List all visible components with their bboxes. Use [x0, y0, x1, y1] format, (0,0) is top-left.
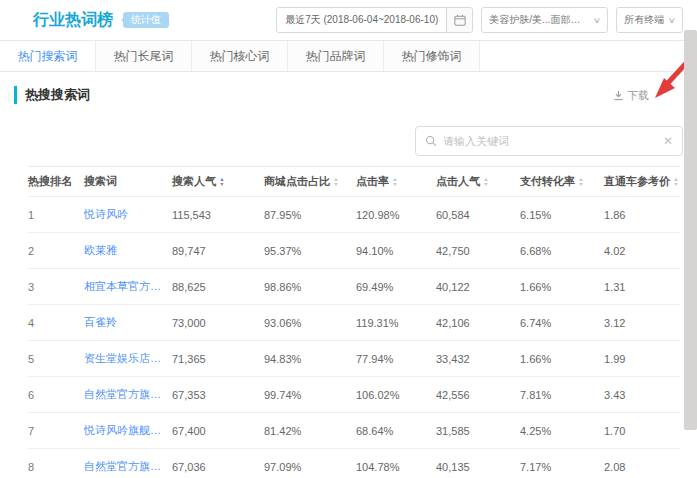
tab-hot-longtail-words[interactable]: 热门长尾词	[96, 41, 192, 71]
table-row: 2 欧莱雅 89,747 95.37% 94.10% 42,750 6.68% …	[28, 233, 680, 269]
tab-hot-core-words[interactable]: 热门核心词	[192, 41, 288, 71]
search-popularity-cell: 115,543	[172, 197, 264, 233]
tab-hot-modifier-words[interactable]: 热门修饰词	[384, 41, 480, 71]
sort-icon[interactable]: ▲▼	[392, 177, 398, 187]
click-popularity-cell: 42,106	[436, 305, 520, 341]
hot-words-page: 行业热词榜 统计值 最近7天 (2018-06-04~2018-06-10) 美…	[0, 0, 697, 478]
table-row: 4 百雀羚 73,000 93.06% 119.31% 42,106 6.74%…	[28, 305, 680, 341]
hot-words-table: 热搜排名 搜索词 搜索人气▲▼ 商城点击占比▲▼ 点击率▲▼ 点击人气▲▼ 支付…	[28, 166, 680, 478]
ppc-reference-cell: 1.70	[604, 413, 680, 449]
pay-conversion-cell: 7.81%	[520, 377, 604, 413]
terminal-select-value: 所有终端	[624, 13, 664, 27]
pay-conversion-cell: 4.25%	[520, 413, 604, 449]
table-row: 1 悦诗风吟 115,543 87.95% 120.98% 60,584 6.1…	[28, 197, 680, 233]
pay-conversion-cell: 6.74%	[520, 305, 604, 341]
mall-click-share-cell: 94.83%	[264, 341, 356, 377]
click-rate-cell: 119.31%	[356, 305, 436, 341]
search-icon	[425, 135, 437, 147]
click-popularity-cell: 60,584	[436, 197, 520, 233]
search-popularity-cell: 71,365	[172, 341, 264, 377]
mall-click-share-cell: 99.74%	[264, 377, 356, 413]
rank-cell: 7	[28, 413, 84, 449]
sort-icon[interactable]: ▲▼	[483, 177, 489, 187]
clear-icon[interactable]: ✕	[663, 135, 673, 147]
col-pay-conversion[interactable]: 支付转化率▲▼	[520, 167, 604, 197]
click-rate-cell: 94.10%	[356, 233, 436, 269]
ppc-reference-cell: 1.99	[604, 341, 680, 377]
section-title: 热搜搜索词	[14, 86, 90, 104]
download-button[interactable]: 下载	[613, 88, 649, 103]
tab-hot-brand-words[interactable]: 热门品牌词	[288, 41, 384, 71]
search-popularity-cell: 89,747	[172, 233, 264, 269]
rank-cell: 3	[28, 269, 84, 305]
search-popularity-cell: 67,353	[172, 377, 264, 413]
pay-conversion-cell: 7.17%	[520, 449, 604, 478]
pay-conversion-cell: 1.66%	[520, 341, 604, 377]
mall-click-share-cell: 95.37%	[264, 233, 356, 269]
click-rate-cell: 68.64%	[356, 413, 436, 449]
keyword-link[interactable]: 资生堂娱乐店官方旗舰	[84, 341, 172, 377]
keyword-link[interactable]: 百雀羚	[84, 305, 172, 341]
rank-cell: 6	[28, 377, 84, 413]
keyword-link[interactable]: 相宜本草官方旗舰店..	[84, 269, 172, 305]
rank-cell: 8	[28, 449, 84, 478]
mall-click-share-cell: 97.09%	[264, 449, 356, 478]
download-icon	[613, 90, 624, 101]
word-type-tabs: 热门搜索词 热门长尾词 热门核心词 热门品牌词 热门修饰词	[0, 40, 697, 72]
date-range-text: 最近7天 (2018-06-04~2018-06-10)	[277, 13, 446, 27]
ppc-reference-cell: 2.08	[604, 449, 680, 478]
table-row: 6 自然堂官方旗舰店官.. 67,353 99.74% 106.02% 42,5…	[28, 377, 680, 413]
click-popularity-cell: 31,585	[436, 413, 520, 449]
terminal-select[interactable]: 所有终端 ∨	[616, 7, 683, 33]
keyword-search-input[interactable]	[443, 135, 663, 147]
table-row: 8 自然堂官方旗舰店官网 67,036 97.09% 104.78% 40,13…	[28, 449, 680, 478]
col-rank: 热搜排名	[28, 167, 84, 197]
click-popularity-cell: 42,750	[436, 233, 520, 269]
keyword-link[interactable]: 悦诗风吟旗舰店官网	[84, 413, 172, 449]
calendar-button[interactable]	[446, 7, 472, 33]
sort-icon[interactable]: ▲▼	[673, 177, 679, 187]
click-rate-cell: 69.49%	[356, 269, 436, 305]
col-search-popularity[interactable]: 搜索人气▲▼	[172, 167, 264, 197]
search-row: ✕	[0, 112, 697, 166]
category-select[interactable]: 美容护肤/美...面部护理套装 ∨	[481, 7, 608, 33]
keyword-link[interactable]: 悦诗风吟	[84, 197, 172, 233]
scrollbar[interactable]	[684, 30, 697, 430]
keyword-link[interactable]: 自然堂官方旗舰店官网	[84, 449, 172, 478]
table-row: 7 悦诗风吟旗舰店官网 67,400 81.42% 68.64% 31,585 …	[28, 413, 680, 449]
calendar-icon	[454, 14, 466, 26]
chevron-down-icon: ∨	[668, 16, 676, 25]
mall-click-share-cell: 98.86%	[264, 269, 356, 305]
ppc-reference-cell: 3.12	[604, 305, 680, 341]
table-row: 5 资生堂娱乐店官方旗舰 71,365 94.83% 77.94% 33,432…	[28, 341, 680, 377]
keyword-link[interactable]: 欧莱雅	[84, 233, 172, 269]
mall-click-share-cell: 93.06%	[264, 305, 356, 341]
sort-icon[interactable]: ▲▼	[578, 177, 584, 187]
chevron-down-icon: ∨	[593, 16, 601, 25]
ppc-reference-cell: 3.43	[604, 377, 680, 413]
section-header: 热搜搜索词 下载	[0, 78, 697, 112]
click-popularity-cell: 40,135	[436, 449, 520, 478]
table-row: 3 相宜本草官方旗舰店.. 88,625 98.86% 69.49% 40,12…	[28, 269, 680, 305]
rank-cell: 2	[28, 233, 84, 269]
keyword-link[interactable]: 自然堂官方旗舰店官..	[84, 377, 172, 413]
col-ppc-reference[interactable]: 直通车参考价▲▼	[604, 167, 680, 197]
table-header-row: 热搜排名 搜索词 搜索人气▲▼ 商城点击占比▲▼ 点击率▲▼ 点击人气▲▼ 支付…	[28, 167, 680, 197]
pay-conversion-cell: 6.15%	[520, 197, 604, 233]
col-mall-click-share[interactable]: 商城点击占比▲▼	[264, 167, 356, 197]
download-label: 下载	[627, 88, 649, 103]
ppc-reference-cell: 1.31	[604, 269, 680, 305]
search-popularity-cell: 73,000	[172, 305, 264, 341]
tab-hot-search-words[interactable]: 热门搜索词	[0, 41, 96, 71]
sort-icon[interactable]: ▲▼	[333, 177, 339, 187]
page-header: 行业热词榜 统计值 最近7天 (2018-06-04~2018-06-10) 美…	[0, 0, 697, 40]
search-popularity-cell: 67,400	[172, 413, 264, 449]
date-range-picker[interactable]: 最近7天 (2018-06-04~2018-06-10)	[276, 7, 473, 33]
mall-click-share-cell: 87.95%	[264, 197, 356, 233]
sort-icon[interactable]: ▲▼	[219, 177, 225, 187]
click-rate-cell: 120.98%	[356, 197, 436, 233]
click-popularity-cell: 42,556	[436, 377, 520, 413]
search-popularity-cell: 88,625	[172, 269, 264, 305]
col-click-rate[interactable]: 点击率▲▼	[356, 167, 436, 197]
col-click-popularity[interactable]: 点击人气▲▼	[436, 167, 520, 197]
